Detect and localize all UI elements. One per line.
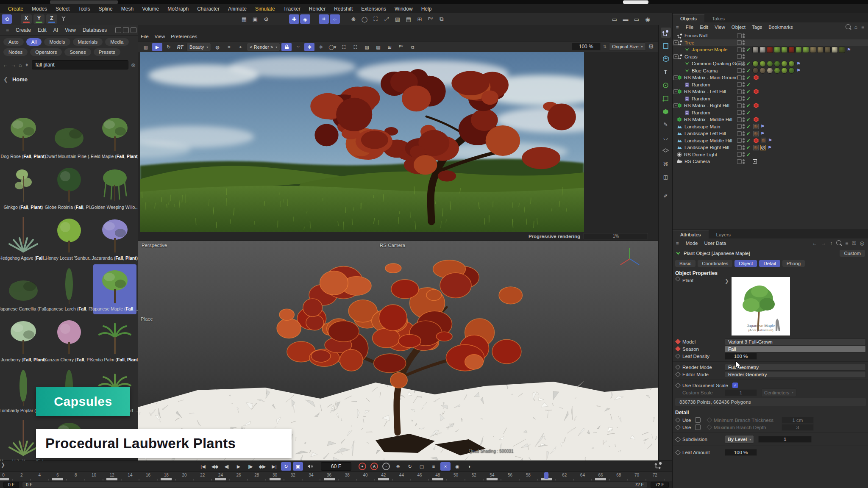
- material-swatch[interactable]: [774, 61, 780, 67]
- sound-button[interactable]: [305, 462, 315, 471]
- polygons-mode-icon[interactable]: [661, 106, 671, 116]
- attr-filter-icon[interactable]: ≡: [845, 240, 848, 246]
- selection-tool-icon[interactable]: [661, 41, 671, 51]
- enabled-check-icon[interactable]: ✓: [746, 47, 751, 53]
- enabled-check-icon[interactable]: ✓: [746, 152, 751, 158]
- object-row-japanese-maple[interactable]: Japanese Maple✓⚑: [673, 46, 868, 53]
- expander-icon[interactable]: –: [673, 40, 678, 45]
- enabled-check-icon[interactable]: ✓: [746, 68, 751, 74]
- keyframe-marker-66[interactable]: [595, 478, 606, 480]
- season-dropdown[interactable]: Fall: [725, 346, 866, 352]
- objects-menu-file[interactable]: File: [686, 25, 694, 30]
- asset-item[interactable]: Japanese Camellia (Fal...: [2, 264, 45, 314]
- filter-chip-scenes[interactable]: Scenes: [64, 48, 91, 56]
- keyframe-selection-button[interactable]: ◦: [381, 462, 391, 471]
- asset-menu-edit[interactable]: Edit: [38, 27, 47, 33]
- visibility-dots[interactable]: [743, 131, 745, 136]
- layer-toggle-icon[interactable]: [737, 103, 742, 108]
- cube-mode-icon[interactable]: [661, 54, 671, 64]
- view-grid-icon[interactable]: [115, 27, 121, 33]
- visibility-dots[interactable]: [743, 89, 745, 94]
- expander-icon[interactable]: –: [673, 54, 678, 59]
- track-brackets-icon[interactable]: ⛶: [350, 43, 360, 51]
- array-icon[interactable]: ⌗: [319, 14, 329, 24]
- home-icon[interactable]: ⌂: [19, 62, 22, 68]
- use-min-branch-checkbox[interactable]: [695, 417, 701, 423]
- material-swatch[interactable]: [774, 47, 780, 53]
- object-row-blue-grama[interactable]: Blue Grama✓⚑: [673, 67, 868, 75]
- layer-toggle-icon[interactable]: [737, 82, 742, 87]
- object-row-rs-camera[interactable]: RS Camera: [673, 158, 868, 165]
- attr-search-icon[interactable]: [836, 240, 841, 245]
- texture-tag-icon[interactable]: [753, 145, 759, 150]
- phong-flag-icon[interactable]: ⚑: [796, 61, 801, 67]
- clapper-settings-icon[interactable]: ▭: [632, 14, 642, 24]
- clapper-render-icon[interactable]: ▭: [609, 14, 620, 24]
- enabled-check-icon[interactable]: ✓: [746, 75, 751, 80]
- object-row-rs-matrix-main-ground[interactable]: –RS Matrix - Main Ground✓: [673, 74, 868, 81]
- material-swatch[interactable]: [824, 47, 831, 53]
- objects-menu-object[interactable]: Object: [732, 25, 746, 30]
- phong-flag-icon[interactable]: ⚑: [760, 131, 765, 136]
- material-swatch[interactable]: [810, 47, 816, 53]
- bucket-grid-icon[interactable]: ⁙: [293, 43, 303, 51]
- lock-icon[interactable]: [281, 43, 292, 51]
- viewport-filter-icon[interactable]: ◫: [661, 172, 671, 182]
- focus-brackets-icon[interactable]: ⛶: [339, 43, 349, 51]
- attr-tab-detail[interactable]: Detail: [759, 260, 780, 267]
- hatch-icon[interactable]: ▨: [392, 14, 403, 24]
- filter-chip-materials[interactable]: Materials: [73, 38, 103, 46]
- visibility-dots[interactable]: [743, 75, 745, 80]
- material-swatch[interactable]: [760, 61, 766, 67]
- menu-help[interactable]: Help: [417, 5, 436, 13]
- asset-search-input[interactable]: fall plant: [32, 60, 128, 69]
- objects-menu-bookmarks[interactable]: Bookmarks: [768, 25, 793, 30]
- record-button[interactable]: ●: [357, 462, 367, 471]
- enabled-check-icon[interactable]: ✓: [746, 138, 751, 144]
- attr-tab-phong[interactable]: Phong: [782, 260, 805, 267]
- view-detail-icon[interactable]: [131, 27, 136, 33]
- material-swatch[interactable]: [752, 47, 759, 53]
- attr-up-icon[interactable]: ↑: [830, 240, 832, 246]
- rv-menu-file[interactable]: File: [141, 34, 149, 39]
- menu-simulate[interactable]: Simulate: [251, 5, 279, 13]
- attr-tab-coordinates[interactable]: Coordinates: [698, 260, 732, 267]
- key-position-button[interactable]: ⊕: [393, 462, 403, 471]
- min-branch-field[interactable]: 1 cm: [782, 417, 814, 424]
- play-button[interactable]: ▶: [234, 462, 244, 471]
- material-swatch[interactable]: [832, 47, 838, 53]
- asset-item[interactable]: Field Maple (Fall, Plant): [93, 112, 136, 162]
- region-circle-icon[interactable]: ◯▾: [327, 43, 337, 51]
- back-icon[interactable]: ←: [3, 62, 8, 68]
- material-swatch[interactable]: [781, 67, 787, 74]
- object-row-landscape-left-hill[interactable]: Landscape Left Hill✓⚑: [673, 130, 868, 137]
- material-swatch[interactable]: [781, 47, 787, 53]
- attr-forward-icon[interactable]: →: [821, 240, 826, 246]
- layer-toggle-icon[interactable]: [737, 159, 742, 164]
- tweak-icon[interactable]: ✐: [661, 191, 671, 201]
- workplane-icon[interactable]: [661, 146, 671, 156]
- asset-item[interactable]: Jacaranda (Fall, Plant): [93, 214, 136, 263]
- rt-toggle[interactable]: RT: [175, 43, 185, 51]
- material-swatch[interactable]: [803, 47, 809, 53]
- next-key-button[interactable]: ◆▶: [257, 462, 267, 471]
- add-image-icon[interactable]: ⊞: [384, 43, 395, 51]
- edges-mode-icon[interactable]: [661, 93, 671, 103]
- loop-mode-button[interactable]: ↻: [281, 462, 291, 471]
- keyframe-marker-36[interactable]: [324, 478, 335, 480]
- object-row-tree[interactable]: –Tree: [673, 39, 868, 47]
- start-ipr-icon[interactable]: ▶: [152, 43, 162, 51]
- asset-item[interactable]: Kentia Palm (Fall, Plant): [93, 315, 136, 365]
- menu-character[interactable]: Character: [193, 5, 223, 13]
- material-swatch[interactable]: [760, 67, 766, 74]
- layer-toggle-icon[interactable]: [737, 68, 742, 73]
- menu-volume[interactable]: Volume: [138, 5, 163, 13]
- subdivision-field[interactable]: 1: [758, 436, 812, 443]
- motion-clip-button[interactable]: ◑: [464, 462, 474, 471]
- material-swatch[interactable]: [752, 61, 759, 67]
- menu-spline[interactable]: Spline: [95, 5, 116, 13]
- visibility-dots[interactable]: [743, 103, 745, 108]
- keyframe-marker-18[interactable]: [161, 478, 172, 480]
- key-pla-button[interactable]: ×: [440, 462, 451, 471]
- objects-menu-edit[interactable]: Edit: [700, 25, 708, 30]
